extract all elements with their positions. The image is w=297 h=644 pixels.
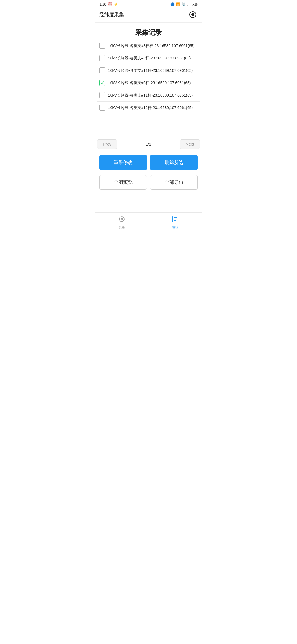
battery-level: 18 [194, 3, 198, 6]
list-item[interactable]: 10kV长岭线-各类支#11杆-23.16589,107.6961(65) [97, 89, 200, 102]
page-title: 采集记录 [95, 23, 202, 40]
list-item[interactable]: 10kV长岭线-各类支#8杆杆-23.16589,107.6961(65) [97, 40, 200, 52]
record-label-6: 10kV长岭线-各类支#12杆-23.16589,107.6961(65) [108, 105, 193, 110]
time-display: 1:16 [99, 2, 106, 6]
record-checkbox-1[interactable] [99, 43, 105, 49]
bottom-nav: 采集 查询 [95, 212, 202, 232]
record-label-5: 10kV长岭线-各类支#11杆-23.16589,107.6961(65) [108, 93, 193, 98]
query-label: 查询 [172, 225, 179, 230]
bluetooth-icon: 🔵 [170, 2, 175, 6]
record-label-3: 10kV长岭线-各类支#11杆-23.16589,107.6961(65) [108, 68, 193, 73]
record-checkbox-5[interactable] [99, 92, 105, 98]
preview-button[interactable]: 全图预览 [99, 175, 147, 190]
more-button[interactable]: ··· [175, 10, 185, 20]
wifi-icon: 📡 [182, 2, 186, 6]
svg-point-3 [121, 218, 123, 220]
battery-icon [187, 3, 193, 6]
secondary-actions: 全图预览 全部导出 [95, 172, 202, 191]
status-icons-area: 🔵 📶 📡 18 [170, 2, 198, 6]
delete-button[interactable]: 删除所选 [150, 155, 198, 170]
record-list: 10kV长岭线-各类支#8杆杆-23.16589,107.6961(65)10k… [95, 40, 202, 135]
app-title: 经纬度采集 [99, 11, 124, 18]
prev-button[interactable]: Prev [97, 139, 117, 149]
signal-icon: 📶 [176, 2, 180, 6]
page-info: 1/1 [146, 142, 152, 146]
next-button[interactable]: Next [180, 139, 200, 149]
record-checkbox-3[interactable] [99, 67, 105, 73]
record-checkbox-2[interactable] [99, 55, 105, 61]
pagination: Prev 1/1 Next [95, 137, 202, 152]
query-icon [172, 215, 179, 224]
record-checkbox-4[interactable]: ✓ [99, 80, 105, 86]
status-bar: 1:16 ⏰ ⚡ 🔵 📶 📡 18 [95, 0, 202, 7]
recollect-button[interactable]: 重采修改 [99, 155, 147, 170]
primary-actions: 重采修改 删除所选 [95, 152, 202, 172]
record-button[interactable] [188, 10, 198, 20]
list-item[interactable]: 10kV长岭线-各类支#11杆-23.16589,107.6961(65) [97, 64, 200, 77]
record-label-4: 10kV长岭线-各类支#8杆-23.16589,107.6961(65) [108, 80, 191, 85]
collect-label: 采集 [119, 225, 125, 230]
nav-collect[interactable]: 采集 [95, 213, 148, 232]
status-time-area: 1:16 ⏰ ⚡ [99, 2, 118, 6]
nav-query[interactable]: 查询 [148, 213, 202, 232]
svg-point-2 [119, 217, 124, 222]
app-bar: 经纬度采集 ··· [95, 7, 202, 23]
svg-point-1 [191, 13, 194, 16]
record-icon [189, 11, 196, 18]
collect-icon [118, 215, 125, 224]
record-checkbox-6[interactable] [99, 105, 105, 111]
checkmark-icon: ✓ [101, 80, 104, 86]
alarm-icon: ⏰ [108, 2, 112, 6]
record-label-2: 10kV长岭线-各类支#8杆-23.16589,107.6961(65) [108, 56, 191, 61]
list-item[interactable]: 10kV长岭线-各类支#8杆-23.16589,107.6961(65) [97, 52, 200, 64]
app-bar-actions: ··· [175, 10, 198, 20]
list-item[interactable]: 10kV长岭线-各类支#12杆-23.16589,107.6961(65) [97, 102, 200, 114]
export-button[interactable]: 全部导出 [150, 175, 198, 190]
record-label-1: 10kV长岭线-各类支#8杆杆-23.16589,107.6961(65) [108, 43, 194, 48]
lightning-icon: ⚡ [114, 2, 118, 6]
list-item[interactable]: ✓10kV长岭线-各类支#8杆-23.16589,107.6961(65) [97, 77, 200, 89]
